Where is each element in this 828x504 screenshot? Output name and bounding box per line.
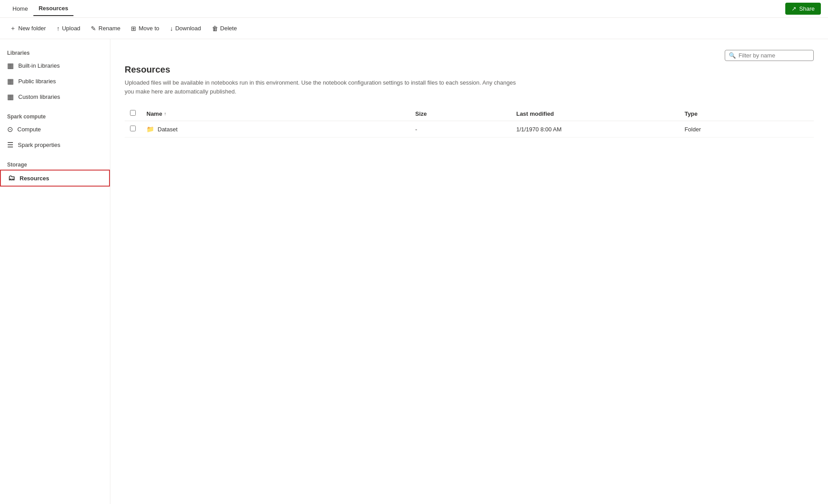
nav-resources[interactable]: Resources [33,1,73,16]
delete-button[interactable]: 🗑 Delete [207,22,242,35]
sidebar-item-public[interactable]: ▦ Public libraries [0,73,110,89]
share-button[interactable]: ↗ Share [785,3,821,15]
row-modified-cell: 1/1/1970 8:00 AM [511,121,679,138]
public-libraries-icon: ▦ [7,77,14,85]
nav-home[interactable]: Home [7,2,33,16]
page-title: Resources [125,65,814,75]
compute-icon: ⊙ [7,125,13,134]
new-folder-icon: ＋ [10,24,16,33]
resources-icon: 🗂 [8,174,15,182]
spark-properties-icon: ☰ [7,141,13,149]
sort-arrow-icon: ↑ [164,111,166,116]
rename-icon: ✎ [91,25,96,32]
folder-icon: 📁 [146,126,154,133]
row-checkbox-cell [125,121,141,138]
row-checkbox[interactable] [130,126,136,131]
move-to-icon: ⊞ [131,25,136,32]
sidebar-item-custom[interactable]: ▦ Custom libraries [0,89,110,105]
main-layout: Libraries ▦ Built-in Libraries ▦ Public … [0,39,828,504]
filter-input[interactable] [739,52,810,59]
main-content: 🔍 Resources Uploaded files will be avail… [110,39,828,504]
share-icon: ↗ [791,5,796,12]
filter-input-container: 🔍 [725,50,814,61]
upload-button[interactable]: ↑ Upload [52,22,85,35]
size-column-header: Size [410,106,511,121]
row-name-cell: 📁 Dataset [141,121,410,138]
filter-bar: 🔍 [125,50,814,61]
sidebar-item-resources[interactable]: 🗂 Resources [0,170,110,187]
page-description: Uploaded files will be available in note… [125,78,525,96]
row-type-cell: Folder [679,121,814,138]
file-table: Name ↑ Size Last modified Type 📁 [125,106,814,138]
table-header-row: Name ↑ Size Last modified Type [125,106,814,121]
top-navbar: Home Resources ↗ Share [0,0,828,18]
move-to-button[interactable]: ⊞ Move to [126,22,163,35]
select-all-checkbox[interactable] [130,110,136,116]
download-icon: ↓ [170,25,173,32]
new-folder-button[interactable]: ＋ New folder [5,22,50,35]
sidebar: Libraries ▦ Built-in Libraries ▦ Public … [0,39,110,504]
select-all-header [125,106,141,121]
spark-section-title: Spark compute [0,110,110,122]
rename-button[interactable]: ✎ Rename [86,22,125,35]
upload-icon: ↑ [57,25,60,32]
type-column-header: Type [679,106,814,121]
sidebar-item-built-in[interactable]: ▦ Built-in Libraries [0,58,110,73]
row-size-cell: - [410,121,511,138]
modified-column-header: Last modified [511,106,679,121]
storage-section-title: Storage [0,158,110,170]
custom-libraries-icon: ▦ [7,93,14,101]
search-icon: 🔍 [729,52,736,59]
toolbar: ＋ New folder ↑ Upload ✎ Rename ⊞ Move to… [0,18,828,39]
sidebar-item-compute[interactable]: ⊙ Compute [0,122,110,137]
download-button[interactable]: ↓ Download [166,22,206,35]
libraries-section-title: Libraries [0,46,110,58]
built-in-libraries-icon: ▦ [7,61,14,70]
sidebar-item-spark-properties[interactable]: ☰ Spark properties [0,137,110,153]
row-name: Dataset [158,126,178,133]
table-row: 📁 Dataset - 1/1/1970 8:00 AM Folder [125,121,814,138]
delete-icon: 🗑 [212,25,218,32]
name-column-header[interactable]: Name ↑ [141,106,410,121]
